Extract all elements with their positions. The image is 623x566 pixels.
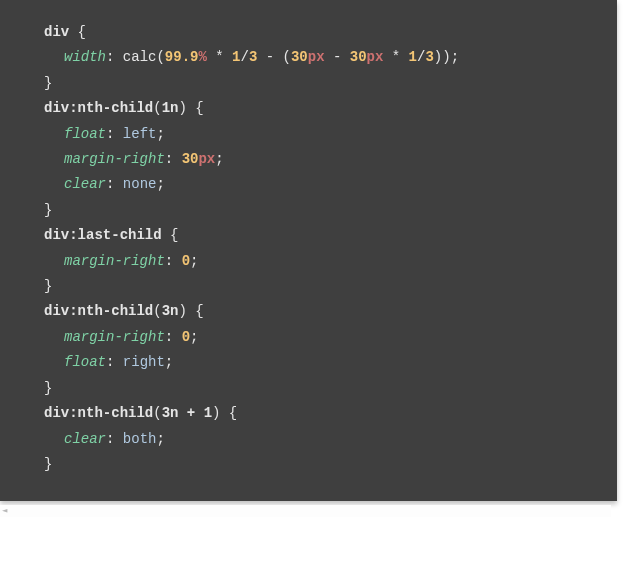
- brace-close: }: [44, 456, 52, 472]
- pseudo: :nth-child: [69, 303, 153, 319]
- value: both: [123, 431, 157, 447]
- unit: %: [198, 49, 206, 65]
- semicolon: ;: [215, 151, 223, 167]
- brace-open: {: [187, 100, 204, 116]
- semicolon: ;: [451, 49, 459, 65]
- line-17: clear: both;: [44, 427, 599, 452]
- line-16: div:nth-child(3n + 1) {: [44, 401, 599, 426]
- paren-close: ): [178, 100, 186, 116]
- value: none: [123, 176, 157, 192]
- paren-close: ): [434, 49, 442, 65]
- brace-open: {: [162, 227, 179, 243]
- line-5: float: left;: [44, 122, 599, 147]
- property: margin-right: [64, 151, 165, 167]
- colon: :: [106, 49, 123, 65]
- paren-close: ): [442, 49, 450, 65]
- colon: :: [106, 126, 123, 142]
- colon: :: [165, 329, 182, 345]
- number: 99.9: [165, 49, 199, 65]
- brace-open: {: [220, 405, 237, 421]
- number: 30: [182, 151, 199, 167]
- paren-open: (: [283, 49, 291, 65]
- line-3: }: [44, 71, 599, 96]
- semicolon: ;: [165, 354, 173, 370]
- selector: div: [44, 24, 69, 40]
- operator: -: [325, 49, 350, 65]
- value: right: [123, 354, 165, 370]
- brace-open: {: [69, 24, 86, 40]
- paren-open: (: [153, 303, 161, 319]
- semicolon: ;: [190, 329, 198, 345]
- line-10: margin-right: 0;: [44, 249, 599, 274]
- number: 3: [425, 49, 433, 65]
- paren-close: ): [178, 303, 186, 319]
- line-14: float: right;: [44, 350, 599, 375]
- paren-open: (: [153, 405, 161, 421]
- horizontal-scrollbar[interactable]: ◄: [0, 505, 611, 517]
- slash: /: [240, 49, 248, 65]
- line-1: div {: [44, 20, 599, 45]
- line-15: }: [44, 376, 599, 401]
- property: clear: [64, 431, 106, 447]
- colon: :: [106, 431, 123, 447]
- pseudo: :nth-child: [69, 100, 153, 116]
- property: width: [64, 49, 106, 65]
- unit: px: [198, 151, 215, 167]
- line-11: }: [44, 274, 599, 299]
- line-18: }: [44, 452, 599, 477]
- number: 30: [291, 49, 308, 65]
- selector: div: [44, 100, 69, 116]
- number: 0: [182, 329, 190, 345]
- pseudo: :nth-child: [69, 405, 153, 421]
- property: margin-right: [64, 253, 165, 269]
- line-13: margin-right: 0;: [44, 325, 599, 350]
- unit: px: [367, 49, 384, 65]
- property: float: [64, 354, 106, 370]
- brace-close: }: [44, 202, 52, 218]
- paren-open: (: [153, 100, 161, 116]
- brace-close: }: [44, 278, 52, 294]
- property: float: [64, 126, 106, 142]
- number: 0: [182, 253, 190, 269]
- line-12: div:nth-child(3n) {: [44, 299, 599, 324]
- brace-close: }: [44, 380, 52, 396]
- number: 30: [350, 49, 367, 65]
- function: calc: [123, 49, 157, 65]
- colon: :: [165, 151, 182, 167]
- brace-open: {: [187, 303, 204, 319]
- brace-close: }: [44, 75, 52, 91]
- semicolon: ;: [156, 431, 164, 447]
- line-4: div:nth-child(1n) {: [44, 96, 599, 121]
- selector: div: [44, 227, 69, 243]
- semicolon: ;: [156, 176, 164, 192]
- colon: :: [106, 176, 123, 192]
- semicolon: ;: [156, 126, 164, 142]
- property: clear: [64, 176, 106, 192]
- scrollbar-grip-icon: ◄: [2, 508, 7, 513]
- property: margin-right: [64, 329, 165, 345]
- arg: 3n + 1: [162, 405, 212, 421]
- number: 1: [409, 49, 417, 65]
- value: left: [123, 126, 157, 142]
- paren-open: (: [156, 49, 164, 65]
- line-2: width: calc(99.9% * 1/3 - (30px - 30px *…: [44, 45, 599, 70]
- line-8: }: [44, 198, 599, 223]
- code-block: div { width: calc(99.9% * 1/3 - (30px - …: [0, 0, 617, 501]
- unit: px: [308, 49, 325, 65]
- line-9: div:last-child {: [44, 223, 599, 248]
- operator: *: [207, 49, 232, 65]
- selector: div: [44, 303, 69, 319]
- arg: 3n: [162, 303, 179, 319]
- semicolon: ;: [190, 253, 198, 269]
- line-7: clear: none;: [44, 172, 599, 197]
- selector: div: [44, 405, 69, 421]
- pseudo: :last-child: [69, 227, 161, 243]
- arg: 1n: [162, 100, 179, 116]
- operator: *: [383, 49, 408, 65]
- colon: :: [165, 253, 182, 269]
- line-6: margin-right: 30px;: [44, 147, 599, 172]
- colon: :: [106, 354, 123, 370]
- operator: -: [257, 49, 282, 65]
